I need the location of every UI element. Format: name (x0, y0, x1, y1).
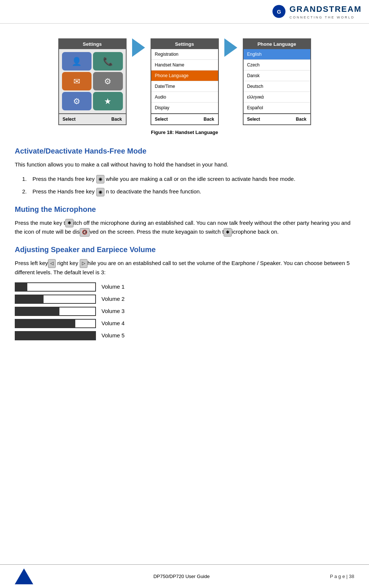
screen1-footer: Select Back (59, 113, 126, 124)
screen2-back: Back (204, 116, 214, 123)
figure-section: Settings 👤 📞 ✉ ⚙ ⚙ ★ Select Back Setting… (15, 38, 354, 125)
icon-message: ✉ (62, 72, 92, 90)
page-footer: DP750/DP720 User Guide P a g e | 38 (0, 564, 369, 588)
icon-phone: 📞 (93, 52, 123, 71)
mute-icon-1: ✱ (65, 219, 73, 227)
icon-star: ★ (93, 92, 123, 110)
volume-row-5: Volume 5 (15, 331, 354, 340)
lang-czech: Czech (244, 60, 310, 71)
step-2: 2. Press the Hands free key ◉ n to deact… (22, 187, 354, 196)
svg-text:G: G (277, 9, 281, 15)
screen3-select: Select (247, 116, 260, 123)
step-1: 1. Press the Hands free key ◉ while you … (22, 175, 354, 184)
volume-label-5: Volume 5 (101, 331, 125, 340)
screen3-title: Phone Language (244, 39, 310, 49)
volume-bar-5 (15, 331, 96, 340)
footer-logo (15, 568, 33, 584)
section2-heading: Muting the Microphone (15, 204, 354, 215)
right-key-icon: ▷ (80, 259, 87, 268)
volume-fill-1 (15, 283, 27, 291)
page-header: G GRANDSTREAM CONNECTING THE WORLD (0, 0, 369, 24)
lang-greek: ελληνικά (244, 92, 310, 103)
logo: G GRANDSTREAM CONNECTING THE WORLD (272, 3, 362, 20)
menu-item-registration: Registration (151, 49, 218, 60)
logo-sub: CONNECTING THE WORLD (289, 15, 362, 20)
arrow-shape-1 (132, 38, 145, 57)
arrow-2 (219, 38, 243, 72)
menu-item-phone-language: Phone Language (151, 71, 218, 81)
steps-list: 1. Press the Hands free key ◉ while you … (15, 175, 354, 196)
icons-grid: 👤 📞 ✉ ⚙ ⚙ ★ (59, 49, 126, 113)
arrow-shape-2 (224, 38, 237, 57)
icon-gear: ⚙ (93, 72, 123, 90)
screen3-back: Back (296, 116, 307, 123)
screen1-back: Back (111, 116, 122, 123)
volume-label-1: Volume 1 (101, 283, 125, 291)
screen2-title: Settings (151, 39, 218, 49)
volume-row-2: Volume 2 (15, 295, 354, 304)
main-content: Settings 👤 📞 ✉ ⚙ ⚙ ★ Select Back Setting… (0, 24, 369, 351)
phone-screen-2: Settings Registration Handset Name Phone… (151, 38, 219, 125)
menu-item-audio: Audio (151, 92, 218, 103)
section3-heading: Adjusting Speaker and Earpiece Volume (15, 244, 354, 255)
arrow-1 (127, 38, 151, 72)
phone-screen-1: Settings 👤 📞 ✉ ⚙ ⚙ ★ Select Back (58, 38, 127, 125)
mute-icon-3: ✱ (224, 228, 232, 237)
section3-intro: Press left key◁ right key ▷hile you are … (15, 259, 354, 277)
footer-page-number: P a g e | 38 (330, 573, 354, 580)
section1-heading: Activate/Deactivate Hands-Free Mode (15, 145, 354, 157)
figure-caption: Figure 18: Handset Language (15, 129, 354, 136)
mute-icon-2: 🔇 (80, 228, 90, 237)
volume-row-4: Volume 4 (15, 319, 354, 328)
screen1-select: Select (63, 116, 76, 123)
left-key-icon: ◁ (48, 259, 56, 268)
section1-intro: This function allows you to make a call … (15, 160, 354, 169)
lang-espanol: Español (244, 103, 310, 113)
volume-bar-4 (15, 319, 96, 328)
volume-label-3: Volume 3 (101, 307, 125, 316)
volume-bar-1 (15, 282, 96, 292)
volume-label-4: Volume 4 (101, 319, 125, 328)
menu-item-datetime: Date/Time (151, 81, 218, 92)
hands-free-icon-2: ◉ (96, 188, 104, 196)
screen1-title: Settings (59, 39, 126, 49)
volume-fill-4 (15, 320, 75, 327)
screen3-footer: Select Back (244, 113, 310, 124)
grandstream-logo-icon: G (272, 4, 286, 19)
footer-guide-text: DP750/DP720 User Guide (154, 574, 210, 579)
icon-person: 👤 (62, 52, 92, 71)
footer-center: DP750/DP720 User Guide (154, 573, 210, 580)
lang-deutsch: Deutsch (244, 81, 310, 92)
volume-row-3: Volume 3 (15, 307, 354, 316)
menu-item-handset-name: Handset Name (151, 60, 218, 71)
icon-gear2: ⚙ (62, 92, 92, 110)
footer-logo-triangle (15, 568, 33, 584)
volume-fill-3 (15, 307, 59, 315)
volume-bar-2 (15, 295, 96, 304)
volume-section: Volume 1 Volume 2 Volume 3 Volume 4 Volu (15, 282, 354, 340)
section2-body: Press the mute key t✱itch off the microp… (15, 219, 354, 237)
screen2-select: Select (155, 116, 168, 123)
hands-free-icon-1: ◉ (96, 175, 104, 183)
volume-fill-5 (15, 332, 95, 340)
volume-label-2: Volume 2 (101, 295, 125, 303)
logo-text: GRANDSTREAM (289, 4, 362, 14)
volume-fill-2 (15, 295, 44, 303)
volume-bar-3 (15, 307, 96, 316)
lang-dansk: Dansk (244, 71, 310, 81)
screen2-footer: Select Back (151, 113, 218, 124)
volume-row-1: Volume 1 (15, 282, 354, 292)
menu-item-display: Display (151, 103, 218, 113)
phone-screen-3: Phone Language English Czech Dansk Deuts… (243, 38, 311, 125)
lang-english: English (244, 49, 310, 60)
